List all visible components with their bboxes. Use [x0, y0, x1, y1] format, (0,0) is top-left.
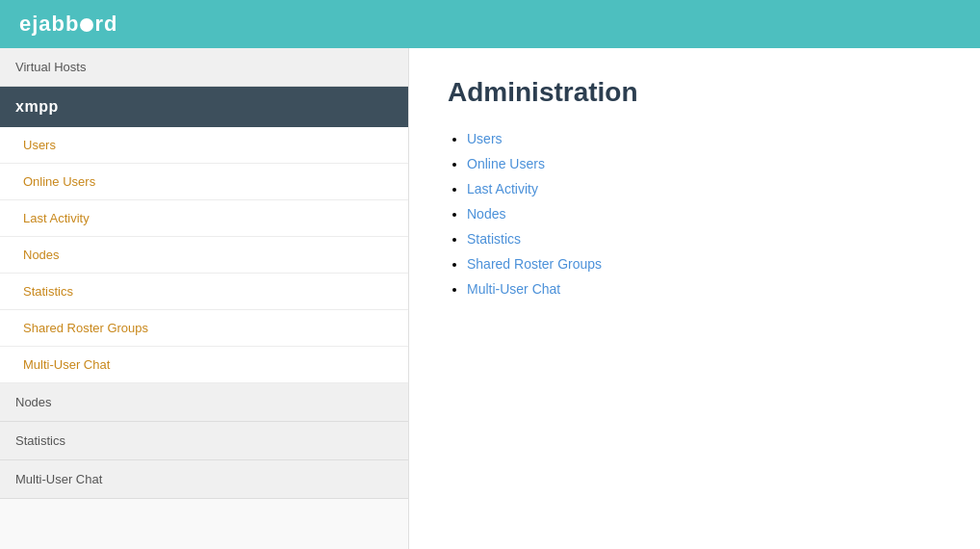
logo: ejabbrd [19, 12, 117, 37]
page-title: Administration [448, 77, 941, 108]
list-item-last-activity: Last Activity [467, 181, 941, 196]
sidebar-bottom-nodes[interactable]: Nodes [0, 383, 408, 422]
sidebar: Virtual Hosts xmpp Users Online Users La… [0, 48, 409, 549]
sidebar-item-users[interactable]: Users [0, 127, 408, 164]
header: ejabbrd [0, 0, 980, 48]
link-users[interactable]: Users [467, 131, 503, 146]
main-link-list: Users Online Users Last Activity Nodes S… [448, 131, 941, 297]
link-last-activity[interactable]: Last Activity [467, 181, 538, 196]
sidebar-bottom-statistics[interactable]: Statistics [0, 422, 408, 460]
link-multi-user-chat[interactable]: Multi-User Chat [467, 281, 560, 297]
sidebar-item-shared-roster-groups[interactable]: Shared Roster Groups [0, 310, 408, 347]
list-item-online-users: Online Users [467, 156, 941, 171]
virtual-hosts-label[interactable]: Virtual Hosts [0, 48, 408, 87]
sidebar-item-nodes[interactable]: Nodes [0, 237, 408, 274]
sidebar-item-last-activity[interactable]: Last Activity [0, 200, 408, 237]
content-wrapper: Virtual Hosts xmpp Users Online Users La… [0, 48, 980, 549]
list-item-shared-roster-groups: Shared Roster Groups [467, 256, 941, 272]
sidebar-item-statistics[interactable]: Statistics [0, 274, 408, 310]
link-statistics[interactable]: Statistics [467, 231, 521, 247]
list-item-nodes: Nodes [467, 206, 941, 222]
sidebar-item-online-users[interactable]: Online Users [0, 164, 408, 200]
sidebar-item-multi-user-chat[interactable]: Multi-User Chat [0, 347, 408, 383]
logo-text: ejabbrd [19, 12, 117, 36]
sidebar-bottom-multi-user-chat[interactable]: Multi-User Chat [0, 460, 408, 499]
list-item-multi-user-chat: Multi-User Chat [467, 281, 941, 297]
list-item-statistics: Statistics [467, 231, 941, 247]
link-shared-roster-groups[interactable]: Shared Roster Groups [467, 256, 602, 272]
xmpp-section-header[interactable]: xmpp [0, 87, 408, 127]
link-nodes[interactable]: Nodes [467, 206, 505, 222]
list-item-users: Users [467, 131, 941, 146]
link-online-users[interactable]: Online Users [467, 156, 545, 171]
main-content: Administration Users Online Users Last A… [409, 48, 980, 549]
